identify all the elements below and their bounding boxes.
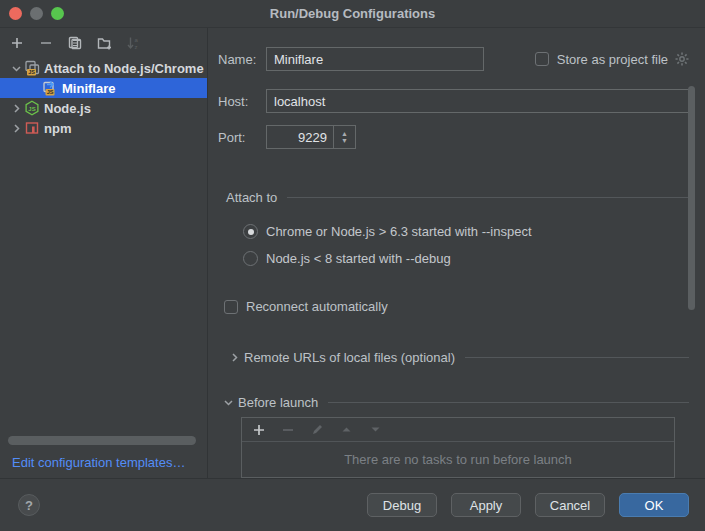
before-launch-panel: There are no tasks to run before launch [241, 417, 675, 478]
host-input[interactable] [266, 89, 689, 113]
remove-task-button [280, 422, 296, 438]
titlebar: Run/Debug Configurations [0, 0, 705, 28]
help-button[interactable]: ? [18, 494, 40, 516]
configurations-sidebar: az JS Attach to Node.js/Chrome JS [0, 28, 208, 478]
move-task-down-icon [367, 422, 383, 438]
attach-option-debug[interactable]: Node.js < 8 started with --debug [243, 251, 689, 266]
dialog-title: Run/Debug Configurations [0, 6, 705, 21]
radio-label: Chrome or Node.js > 6.3 started with --i… [266, 224, 532, 239]
chevron-right-icon[interactable] [8, 124, 24, 133]
sidebar-toolbar: az [0, 30, 207, 56]
before-launch-section-title: Before launch [238, 395, 318, 410]
reconnect-automatically-checkbox[interactable] [224, 300, 238, 314]
name-input[interactable] [266, 47, 484, 71]
store-as-project-file-label: Store as project file [557, 52, 668, 67]
copy-configuration-icon[interactable] [66, 34, 84, 52]
chevron-right-icon[interactable] [8, 104, 24, 113]
add-configuration-button[interactable] [8, 34, 26, 52]
move-task-up-icon [338, 422, 354, 438]
svg-text:JS: JS [28, 106, 35, 112]
attach-to-section-title: Attach to [226, 190, 277, 205]
ok-button[interactable]: OK [619, 493, 689, 517]
radio-unselected[interactable] [243, 251, 258, 266]
remove-configuration-button[interactable] [37, 34, 55, 52]
before-launch-section-header[interactable]: Before launch [220, 395, 689, 410]
port-spinner-arrows[interactable]: ▲ ▼ [333, 126, 355, 148]
edit-configuration-templates-link[interactable]: Edit configuration templates… [0, 451, 207, 478]
svg-text:JS: JS [28, 69, 35, 75]
gear-icon[interactable] [675, 52, 689, 66]
attach-config-icon: JS [24, 60, 40, 76]
section-divider [465, 357, 689, 358]
tree-item-label: npm [44, 121, 71, 136]
window-controls [9, 7, 64, 20]
attach-option-inspect[interactable]: Chrome or Node.js > 6.3 started with --i… [243, 224, 689, 239]
remote-urls-section-header[interactable]: Remote URLs of local files (optional) [226, 350, 689, 365]
section-divider [287, 197, 689, 198]
minimize-window-button [30, 7, 43, 20]
tree-item-nodejs[interactable]: JS Node.js [0, 98, 207, 118]
miniflare-config-icon: JS [42, 80, 58, 96]
radio-label: Node.js < 8 started with --debug [266, 251, 451, 266]
nodejs-icon: JS [24, 100, 40, 116]
debug-button[interactable]: Debug [367, 493, 437, 517]
tree-item-label: Node.js [44, 101, 91, 116]
svg-text:a: a [135, 37, 139, 43]
svg-text:JS: JS [47, 89, 54, 95]
svg-text:z: z [135, 44, 138, 50]
sort-alphabetically-icon: az [124, 34, 142, 52]
zoom-window-button[interactable] [51, 7, 64, 20]
add-task-button[interactable] [251, 422, 267, 438]
tree-item-miniflare[interactable]: JS Miniflare [0, 78, 207, 98]
run-debug-configurations-dialog: Run/Debug Configurations az [0, 0, 705, 531]
configuration-form: Name: Store as project file Host: Port: [208, 28, 705, 478]
before-launch-toolbar [242, 418, 674, 442]
reconnect-automatically-row[interactable]: Reconnect automatically [224, 299, 689, 314]
host-label: Host: [218, 94, 266, 109]
before-launch-empty-message: There are no tasks to run before launch [242, 442, 674, 477]
dialog-footer: ? Debug Apply Cancel OK [0, 478, 705, 531]
section-divider [328, 402, 689, 403]
chevron-down-icon[interactable] [8, 64, 24, 73]
tree-item-label: Miniflare [62, 81, 115, 96]
spinner-up-icon[interactable]: ▲ [341, 130, 348, 137]
port-input[interactable] [267, 126, 333, 148]
configuration-tree: JS Attach to Node.js/Chrome JS Miniflare [0, 58, 207, 138]
radio-selected[interactable] [243, 224, 258, 239]
remote-urls-section-title: Remote URLs of local files (optional) [244, 350, 455, 365]
apply-button[interactable]: Apply [451, 493, 521, 517]
vertical-scrollbar[interactable] [688, 86, 695, 310]
new-folder-icon[interactable] [95, 34, 113, 52]
tree-item-attach-to-nodejs-chrome[interactable]: JS Attach to Node.js/Chrome [0, 58, 207, 78]
spinner-down-icon[interactable]: ▼ [341, 137, 348, 144]
tree-item-npm[interactable]: npm [0, 118, 207, 138]
horizontal-scrollbar[interactable] [8, 436, 196, 445]
reconnect-automatically-label: Reconnect automatically [246, 299, 388, 314]
store-as-project-file-checkbox[interactable] [535, 52, 549, 66]
close-window-button[interactable] [9, 7, 22, 20]
tree-item-label: Attach to Node.js/Chrome [44, 61, 204, 76]
cancel-button[interactable]: Cancel [535, 493, 605, 517]
port-label: Port: [218, 130, 266, 145]
chevron-down-icon[interactable] [220, 398, 236, 407]
npm-icon [24, 120, 40, 136]
edit-task-pencil-icon [309, 422, 325, 438]
port-stepper: ▲ ▼ [266, 125, 356, 149]
name-label: Name: [218, 52, 266, 67]
chevron-right-icon[interactable] [226, 353, 242, 362]
